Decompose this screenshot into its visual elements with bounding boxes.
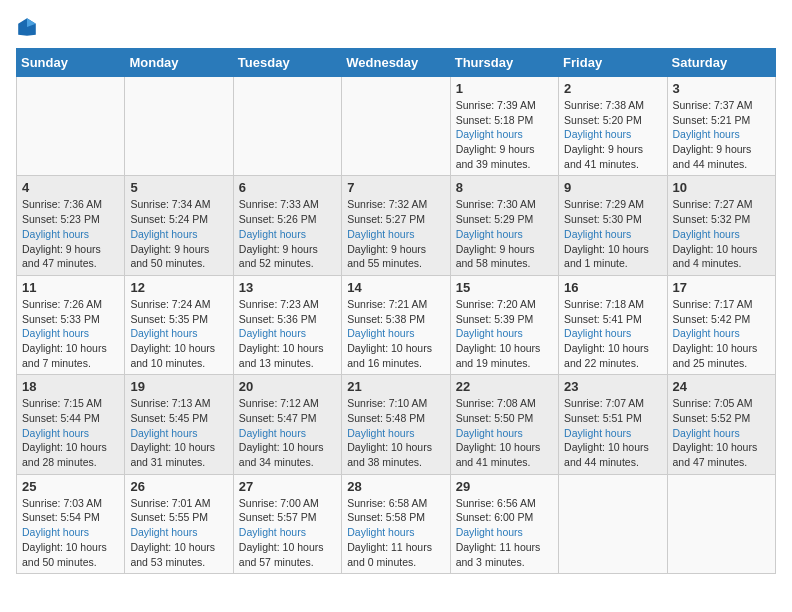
daylight-hours-link[interactable]: Daylight hours: [673, 228, 740, 240]
day-number: 13: [239, 280, 336, 295]
daylight-hours-link[interactable]: Daylight hours: [22, 228, 89, 240]
sunset-text: Sunset: 5:30 PM: [564, 212, 661, 227]
calendar-cell: 24Sunrise: 7:05 AMSunset: 5:52 PMDayligh…: [667, 375, 775, 474]
sunrise-text: Sunrise: 7:12 AM: [239, 396, 336, 411]
day-number: 11: [22, 280, 119, 295]
daylight-detail: Daylight: 10 hours and 10 minutes.: [130, 341, 227, 370]
sunrise-text: Sunrise: 6:58 AM: [347, 496, 444, 511]
daylight-hours-link[interactable]: Daylight hours: [239, 526, 306, 538]
day-number: 21: [347, 379, 444, 394]
sunrise-text: Sunrise: 7:13 AM: [130, 396, 227, 411]
day-info: Sunrise: 7:18 AMSunset: 5:41 PMDaylight …: [564, 297, 661, 370]
day-info: Sunrise: 6:58 AMSunset: 5:58 PMDaylight …: [347, 496, 444, 569]
sunrise-text: Sunrise: 7:23 AM: [239, 297, 336, 312]
daylight-hours-link[interactable]: Daylight hours: [456, 228, 523, 240]
daylight-hours-link[interactable]: Daylight hours: [673, 128, 740, 140]
daylight-hours-link[interactable]: Daylight hours: [456, 128, 523, 140]
day-number: 12: [130, 280, 227, 295]
calendar-cell: 23Sunrise: 7:07 AMSunset: 5:51 PMDayligh…: [559, 375, 667, 474]
daylight-detail: Daylight: 10 hours and 4 minutes.: [673, 242, 770, 271]
sunset-text: Sunset: 5:52 PM: [673, 411, 770, 426]
daylight-hours-link[interactable]: Daylight hours: [673, 327, 740, 339]
day-info: Sunrise: 7:07 AMSunset: 5:51 PMDaylight …: [564, 396, 661, 469]
calendar-cell: 29Sunrise: 6:56 AMSunset: 6:00 PMDayligh…: [450, 474, 558, 573]
sunrise-text: Sunrise: 7:17 AM: [673, 297, 770, 312]
daylight-hours-link[interactable]: Daylight hours: [564, 128, 631, 140]
daylight-hours-link[interactable]: Daylight hours: [564, 228, 631, 240]
daylight-hours-link[interactable]: Daylight hours: [130, 526, 197, 538]
sunrise-text: Sunrise: 7:10 AM: [347, 396, 444, 411]
day-info: Sunrise: 7:08 AMSunset: 5:50 PMDaylight …: [456, 396, 553, 469]
sunset-text: Sunset: 5:57 PM: [239, 510, 336, 525]
daylight-hours-link[interactable]: Daylight hours: [564, 327, 631, 339]
sunrise-text: Sunrise: 7:20 AM: [456, 297, 553, 312]
daylight-hours-link[interactable]: Daylight hours: [22, 427, 89, 439]
sunrise-text: Sunrise: 6:56 AM: [456, 496, 553, 511]
column-header-saturday: Saturday: [667, 49, 775, 77]
sunset-text: Sunset: 5:45 PM: [130, 411, 227, 426]
day-number: 1: [456, 81, 553, 96]
daylight-hours-link[interactable]: Daylight hours: [347, 427, 414, 439]
day-number: 24: [673, 379, 770, 394]
daylight-detail: Daylight: 10 hours and 22 minutes.: [564, 341, 661, 370]
day-number: 26: [130, 479, 227, 494]
daylight-hours-link[interactable]: Daylight hours: [347, 327, 414, 339]
daylight-hours-link[interactable]: Daylight hours: [239, 327, 306, 339]
daylight-hours-link[interactable]: Daylight hours: [130, 427, 197, 439]
sunrise-text: Sunrise: 7:05 AM: [673, 396, 770, 411]
daylight-hours-link[interactable]: Daylight hours: [456, 526, 523, 538]
calendar-cell: [233, 77, 341, 176]
sunset-text: Sunset: 5:29 PM: [456, 212, 553, 227]
sunset-text: Sunset: 5:36 PM: [239, 312, 336, 327]
day-number: 15: [456, 280, 553, 295]
daylight-hours-link[interactable]: Daylight hours: [130, 228, 197, 240]
day-number: 3: [673, 81, 770, 96]
daylight-hours-link[interactable]: Daylight hours: [239, 427, 306, 439]
daylight-detail: Daylight: 10 hours and 19 minutes.: [456, 341, 553, 370]
day-number: 4: [22, 180, 119, 195]
daylight-hours-link[interactable]: Daylight hours: [239, 228, 306, 240]
daylight-detail: Daylight: 10 hours and 13 minutes.: [239, 341, 336, 370]
sunrise-text: Sunrise: 7:00 AM: [239, 496, 336, 511]
sunrise-text: Sunrise: 7:27 AM: [673, 197, 770, 212]
sunset-text: Sunset: 5:18 PM: [456, 113, 553, 128]
daylight-hours-link[interactable]: Daylight hours: [456, 427, 523, 439]
day-info: Sunrise: 7:03 AMSunset: 5:54 PMDaylight …: [22, 496, 119, 569]
calendar-cell: [559, 474, 667, 573]
column-header-sunday: Sunday: [17, 49, 125, 77]
daylight-detail: Daylight: 10 hours and 7 minutes.: [22, 341, 119, 370]
sunset-text: Sunset: 5:42 PM: [673, 312, 770, 327]
daylight-detail: Daylight: 9 hours and 55 minutes.: [347, 242, 444, 271]
day-info: Sunrise: 6:56 AMSunset: 6:00 PMDaylight …: [456, 496, 553, 569]
day-number: 9: [564, 180, 661, 195]
day-info: Sunrise: 7:34 AMSunset: 5:24 PMDaylight …: [130, 197, 227, 270]
calendar-cell: 12Sunrise: 7:24 AMSunset: 5:35 PMDayligh…: [125, 275, 233, 374]
daylight-hours-link[interactable]: Daylight hours: [347, 526, 414, 538]
calendar-cell: [342, 77, 450, 176]
daylight-detail: Daylight: 9 hours and 47 minutes.: [22, 242, 119, 271]
daylight-hours-link[interactable]: Daylight hours: [673, 427, 740, 439]
daylight-detail: Daylight: 10 hours and 41 minutes.: [456, 440, 553, 469]
daylight-hours-link[interactable]: Daylight hours: [347, 228, 414, 240]
column-header-friday: Friday: [559, 49, 667, 77]
daylight-hours-link[interactable]: Daylight hours: [130, 327, 197, 339]
daylight-hours-link[interactable]: Daylight hours: [564, 427, 631, 439]
sunrise-text: Sunrise: 7:03 AM: [22, 496, 119, 511]
sunset-text: Sunset: 5:50 PM: [456, 411, 553, 426]
sunset-text: Sunset: 5:39 PM: [456, 312, 553, 327]
sunrise-text: Sunrise: 7:29 AM: [564, 197, 661, 212]
daylight-hours-link[interactable]: Daylight hours: [22, 327, 89, 339]
daylight-hours-link[interactable]: Daylight hours: [456, 327, 523, 339]
day-info: Sunrise: 7:30 AMSunset: 5:29 PMDaylight …: [456, 197, 553, 270]
calendar-cell: 28Sunrise: 6:58 AMSunset: 5:58 PMDayligh…: [342, 474, 450, 573]
logo: [16, 16, 40, 38]
column-header-thursday: Thursday: [450, 49, 558, 77]
daylight-hours-link[interactable]: Daylight hours: [22, 526, 89, 538]
calendar-cell: 5Sunrise: 7:34 AMSunset: 5:24 PMDaylight…: [125, 176, 233, 275]
sunset-text: Sunset: 5:27 PM: [347, 212, 444, 227]
day-info: Sunrise: 7:21 AMSunset: 5:38 PMDaylight …: [347, 297, 444, 370]
day-number: 23: [564, 379, 661, 394]
sunset-text: Sunset: 5:38 PM: [347, 312, 444, 327]
calendar-cell: [667, 474, 775, 573]
calendar-cell: 6Sunrise: 7:33 AMSunset: 5:26 PMDaylight…: [233, 176, 341, 275]
